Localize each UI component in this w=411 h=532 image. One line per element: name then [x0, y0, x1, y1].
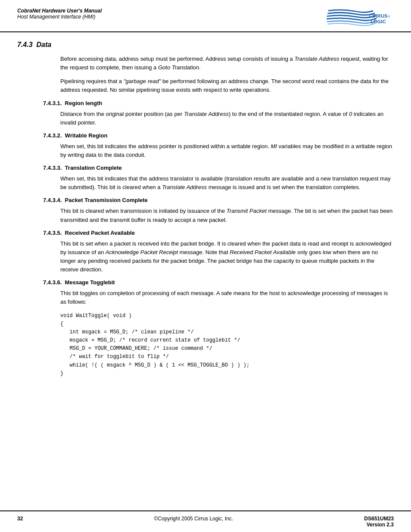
- header-title: CobraNet Hardware User's Manual: [17, 8, 102, 14]
- code-line-4: msgack = MSG_D; /* record current state …: [60, 336, 394, 345]
- code-line-3: int msgack = MSG_D; /* clean pipeline */: [60, 328, 394, 336]
- wr-italic-1: MI: [271, 143, 277, 149]
- footer-doc-number: DS651UM23: [364, 516, 394, 522]
- code-line-8: }: [60, 370, 394, 378]
- rpa-italic-2: Received Packet Available: [230, 249, 296, 255]
- received-packet-body: This bit is set when a packet is receive…: [60, 240, 394, 274]
- code-line-6: /* wait for togglebit to flip */: [60, 353, 394, 361]
- sub-heading-2-title: Writable Region: [65, 132, 108, 139]
- svg-text:LOGIC: LOGIC: [371, 19, 386, 24]
- sub-heading-1: 7.4.3.1. Region length: [43, 100, 394, 106]
- rpa-italic-1: Acknowledge Packet Receipt: [106, 249, 178, 255]
- intro-paragraph: Before accessing data, address setup mus…: [60, 55, 394, 72]
- header-left: CobraNet Hardware User's Manual Host Man…: [17, 8, 102, 20]
- cirrus-logic-logo: CIRRUS LOGIC ®: [325, 8, 394, 27]
- sub-heading-4-number: 7.4.3.4.: [43, 197, 62, 203]
- togglebit-body: This bit toggles on completion of proces…: [60, 289, 394, 306]
- sub-heading-2: 7.4.3.2. Writable Region: [43, 132, 394, 139]
- footer-version: Version 2.3: [364, 522, 394, 528]
- section-number: 7.4.3: [17, 41, 33, 48]
- svg-text:CIRRUS: CIRRUS: [369, 13, 388, 19]
- wr-text-1: When set, this bit indicates the address…: [60, 143, 271, 149]
- region-length-body: Distance from the original pointer posit…: [60, 110, 394, 127]
- sub-heading-3-number: 7.4.3.3.: [43, 165, 62, 171]
- sub-heading-2-number: 7.4.3.2.: [43, 132, 62, 139]
- header: CobraNet Hardware User's Manual Host Man…: [0, 0, 411, 32]
- sub-heading-6-title: Message Togglebit: [65, 279, 115, 286]
- header-subtitle: Host Management Interface (HMI): [17, 14, 102, 20]
- code-line-5: MSG_D = YOUR_COMMAND_HERE; /* issue comm…: [60, 345, 394, 353]
- sub-heading-5: 7.4.3.5. Received Packet Available: [43, 230, 394, 236]
- sub-heading-1-number: 7.4.3.1.: [43, 100, 62, 106]
- header-logo: CIRRUS LOGIC ®: [325, 8, 394, 27]
- pipeline-text-1: Pipelining requires that a: [60, 78, 124, 84]
- pipeline-italic: "garbage read": [124, 78, 161, 84]
- sub-heading-3-title: Translation Complete: [65, 165, 122, 171]
- rl-italic-1: Translate Address: [184, 111, 229, 117]
- footer-doc-info: DS651UM23 Version 2.3: [364, 516, 394, 528]
- sub-heading-5-title: Received Packet Available: [65, 230, 135, 236]
- pipeline-paragraph: Pipelining requires that a "garbage read…: [60, 77, 394, 94]
- rl-text-2: ) to the end of the instantiated region.…: [229, 111, 349, 117]
- translation-complete-body: When set, this bit indicates that the ad…: [60, 174, 394, 192]
- intro-text-1: Before accessing data, address setup mus…: [60, 56, 294, 62]
- intro-text-3: .: [199, 64, 201, 71]
- intro-italic-2: Goto Translation: [158, 64, 199, 71]
- code-block: void WaitToggle( void ) { int msgack = M…: [60, 312, 394, 378]
- section-title: 7.4.3 Data: [17, 41, 394, 49]
- tc-italic-1: Translate Address: [162, 184, 207, 190]
- rl-text-1: Distance from the original pointer posit…: [60, 111, 184, 117]
- sub-heading-4-title: Packet Transmission Complete: [65, 197, 148, 203]
- sub-heading-6: 7.4.3.6. Message Togglebit: [43, 279, 394, 286]
- tc-text-2: message is issued and is set when the tr…: [207, 184, 360, 190]
- rpa-text-2: message. Note that: [178, 249, 230, 255]
- footer-page-number: 32: [17, 516, 23, 522]
- sub-heading-4: 7.4.3.4. Packet Transmission Complete: [43, 197, 394, 203]
- page: CobraNet Hardware User's Manual Host Man…: [0, 0, 411, 532]
- tb-text-1: This bit toggles on completion of proces…: [60, 290, 388, 305]
- code-line-7: while( !( ( msgack ^ MSG_D ) & ( 1 << MS…: [60, 361, 394, 370]
- ptx-italic-1: Transmit Packet: [227, 208, 267, 214]
- code-line-2: {: [60, 320, 394, 328]
- sub-heading-5-number: 7.4.3.5.: [43, 230, 62, 236]
- footer-copyright: ©Copyright 2005 Cirrus Logic, Inc.: [154, 516, 234, 522]
- svg-text:®: ®: [388, 15, 390, 18]
- sub-heading-3: 7.4.3.3. Translation Complete: [43, 165, 394, 171]
- intro-italic-1: Translate Address: [294, 56, 339, 62]
- packet-tx-body: This bit is cleared when transmission is…: [60, 207, 394, 224]
- ptx-text-1: This bit is cleared when transmission is…: [60, 208, 227, 214]
- main-content: 7.4.3 Data Before accessing data, addres…: [0, 32, 411, 510]
- sub-heading-6-number: 7.4.3.6.: [43, 279, 62, 286]
- code-line-1: void WaitToggle( void ): [60, 312, 394, 320]
- section-name: Data: [36, 41, 51, 48]
- writable-region-body: When set, this bit indicates the address…: [60, 142, 394, 159]
- footer: 32 ©Copyright 2005 Cirrus Logic, Inc. DS…: [0, 510, 411, 532]
- sub-heading-1-title: Region length: [65, 100, 103, 106]
